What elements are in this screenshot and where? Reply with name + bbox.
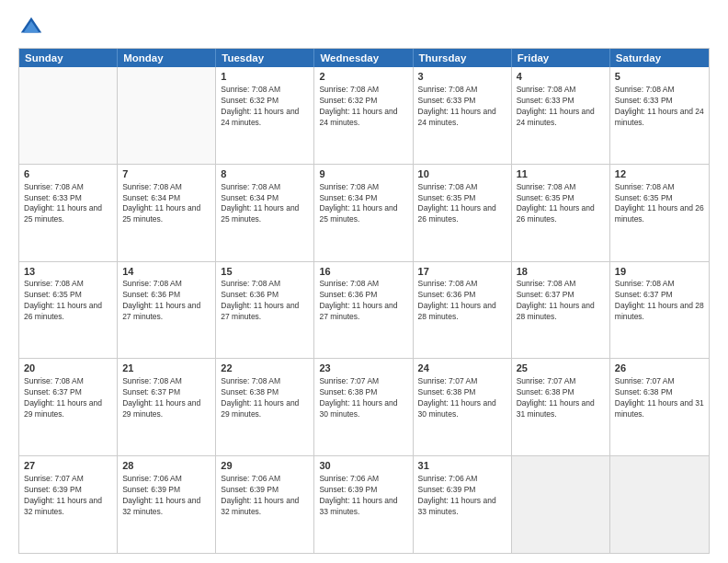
day-info: Sunrise: 7:08 AMSunset: 6:33 PMDaylight:…: [24, 182, 112, 226]
day-cell-24: 24Sunrise: 7:07 AMSunset: 6:38 PMDayligh…: [414, 359, 512, 455]
day-info: Sunrise: 7:08 AMSunset: 6:35 PMDaylight:…: [517, 182, 605, 226]
day-info: Sunrise: 7:08 AMSunset: 6:35 PMDaylight:…: [615, 182, 704, 226]
empty-cell: [19, 67, 118, 164]
day-info: Sunrise: 7:08 AMSunset: 6:35 PMDaylight:…: [24, 279, 112, 323]
day-cell-27: 27Sunrise: 7:07 AMSunset: 6:39 PMDayligh…: [19, 456, 118, 553]
day-cell-5: 5Sunrise: 7:08 AMSunset: 6:33 PMDaylight…: [610, 67, 709, 164]
day-cell-17: 17Sunrise: 7:08 AMSunset: 6:36 PMDayligh…: [414, 262, 512, 359]
day-number: 30: [319, 459, 407, 473]
day-info: Sunrise: 7:07 AMSunset: 6:38 PMDaylight:…: [615, 376, 704, 420]
day-cell-20: 20Sunrise: 7:08 AMSunset: 6:37 PMDayligh…: [19, 359, 118, 455]
day-number: 18: [517, 265, 605, 279]
week-row-3: 13Sunrise: 7:08 AMSunset: 6:35 PMDayligh…: [19, 261, 709, 359]
week-row-5: 27Sunrise: 7:07 AMSunset: 6:39 PMDayligh…: [19, 455, 709, 553]
day-info: Sunrise: 7:06 AMSunset: 6:39 PMDaylight:…: [319, 474, 407, 518]
day-number: 3: [418, 70, 506, 84]
day-number: 28: [122, 459, 210, 473]
day-cell-19: 19Sunrise: 7:08 AMSunset: 6:37 PMDayligh…: [610, 262, 709, 359]
day-cell-21: 21Sunrise: 7:08 AMSunset: 6:37 PMDayligh…: [118, 359, 216, 455]
day-number: 19: [615, 265, 704, 279]
day-info: Sunrise: 7:07 AMSunset: 6:38 PMDaylight:…: [418, 376, 506, 420]
day-info: Sunrise: 7:06 AMSunset: 6:39 PMDaylight:…: [122, 474, 210, 518]
day-number: 12: [615, 167, 704, 181]
day-cell-9: 9Sunrise: 7:08 AMSunset: 6:34 PMDaylight…: [314, 165, 413, 261]
day-info: Sunrise: 7:08 AMSunset: 6:33 PMDaylight:…: [418, 85, 506, 129]
day-cell-22: 22Sunrise: 7:08 AMSunset: 6:38 PMDayligh…: [216, 359, 314, 455]
day-info: Sunrise: 7:08 AMSunset: 6:34 PMDaylight:…: [122, 182, 210, 226]
day-number: 23: [319, 362, 407, 375]
day-header-sunday: Sunday: [19, 49, 118, 67]
day-header-saturday: Saturday: [610, 49, 709, 67]
day-cell-4: 4Sunrise: 7:08 AMSunset: 6:33 PMDaylight…: [512, 67, 610, 164]
day-number: 24: [418, 362, 506, 375]
day-info: Sunrise: 7:08 AMSunset: 6:36 PMDaylight:…: [221, 279, 309, 323]
day-info: Sunrise: 7:08 AMSunset: 6:32 PMDaylight:…: [319, 85, 407, 129]
week-row-4: 20Sunrise: 7:08 AMSunset: 6:37 PMDayligh…: [19, 358, 709, 455]
day-cell-7: 7Sunrise: 7:08 AMSunset: 6:34 PMDaylight…: [118, 165, 216, 261]
logo: [18, 15, 48, 40]
day-number: 17: [418, 265, 506, 279]
day-number: 4: [517, 70, 605, 84]
day-info: Sunrise: 7:08 AMSunset: 6:33 PMDaylight:…: [615, 85, 704, 129]
day-number: 11: [517, 167, 605, 181]
day-info: Sunrise: 7:08 AMSunset: 6:36 PMDaylight:…: [418, 279, 506, 323]
page: SundayMondayTuesdayWednesdayThursdayFrid…: [0, 0, 728, 563]
day-cell-31: 31Sunrise: 7:06 AMSunset: 6:39 PMDayligh…: [414, 456, 512, 553]
calendar-body: 1Sunrise: 7:08 AMSunset: 6:32 PMDaylight…: [19, 67, 709, 553]
week-row-1: 1Sunrise: 7:08 AMSunset: 6:32 PMDaylight…: [19, 67, 709, 164]
day-number: 10: [418, 167, 506, 181]
day-number: 8: [221, 167, 309, 181]
day-number: 20: [24, 362, 112, 375]
day-number: 5: [615, 70, 704, 84]
day-number: 29: [221, 459, 309, 473]
day-cell-23: 23Sunrise: 7:07 AMSunset: 6:38 PMDayligh…: [314, 359, 413, 455]
day-number: 9: [319, 167, 407, 181]
day-number: 2: [319, 70, 407, 84]
day-info: Sunrise: 7:08 AMSunset: 6:38 PMDaylight:…: [221, 376, 309, 420]
day-cell-2: 2Sunrise: 7:08 AMSunset: 6:32 PMDaylight…: [314, 67, 413, 164]
day-cell-13: 13Sunrise: 7:08 AMSunset: 6:35 PMDayligh…: [19, 262, 118, 359]
day-info: Sunrise: 7:08 AMSunset: 6:37 PMDaylight:…: [24, 376, 112, 420]
day-cell-10: 10Sunrise: 7:08 AMSunset: 6:35 PMDayligh…: [414, 165, 512, 261]
day-info: Sunrise: 7:06 AMSunset: 6:39 PMDaylight:…: [221, 474, 309, 518]
day-cell-29: 29Sunrise: 7:06 AMSunset: 6:39 PMDayligh…: [216, 456, 314, 553]
header: [18, 15, 710, 40]
day-header-thursday: Thursday: [414, 49, 512, 67]
day-number: 1: [221, 70, 309, 84]
day-number: 27: [24, 459, 112, 473]
day-number: 6: [24, 167, 112, 181]
day-cell-30: 30Sunrise: 7:06 AMSunset: 6:39 PMDayligh…: [314, 456, 413, 553]
day-number: 16: [319, 265, 407, 279]
day-cell-11: 11Sunrise: 7:08 AMSunset: 6:35 PMDayligh…: [512, 165, 610, 261]
day-info: Sunrise: 7:08 AMSunset: 6:37 PMDaylight:…: [122, 376, 210, 420]
day-header-tuesday: Tuesday: [216, 49, 314, 67]
day-cell-26: 26Sunrise: 7:07 AMSunset: 6:38 PMDayligh…: [610, 359, 709, 455]
day-cell-6: 6Sunrise: 7:08 AMSunset: 6:33 PMDaylight…: [19, 165, 118, 261]
day-header-monday: Monday: [118, 49, 216, 67]
day-number: 31: [418, 459, 506, 473]
day-number: 7: [122, 167, 210, 181]
day-info: Sunrise: 7:08 AMSunset: 6:34 PMDaylight:…: [319, 182, 407, 226]
day-cell-15: 15Sunrise: 7:08 AMSunset: 6:36 PMDayligh…: [216, 262, 314, 359]
day-number: 22: [221, 362, 309, 375]
day-cell-12: 12Sunrise: 7:08 AMSunset: 6:35 PMDayligh…: [610, 165, 709, 261]
day-header-friday: Friday: [512, 49, 610, 67]
day-number: 13: [24, 265, 112, 279]
day-info: Sunrise: 7:06 AMSunset: 6:39 PMDaylight:…: [418, 474, 506, 518]
week-row-2: 6Sunrise: 7:08 AMSunset: 6:33 PMDaylight…: [19, 164, 709, 261]
day-info: Sunrise: 7:08 AMSunset: 6:35 PMDaylight:…: [418, 182, 506, 226]
day-info: Sunrise: 7:08 AMSunset: 6:37 PMDaylight:…: [517, 279, 605, 323]
day-info: Sunrise: 7:07 AMSunset: 6:38 PMDaylight:…: [517, 376, 605, 420]
day-cell-25: 25Sunrise: 7:07 AMSunset: 6:38 PMDayligh…: [512, 359, 610, 455]
day-info: Sunrise: 7:07 AMSunset: 6:39 PMDaylight:…: [24, 474, 112, 518]
day-info: Sunrise: 7:08 AMSunset: 6:36 PMDaylight:…: [319, 279, 407, 323]
day-info: Sunrise: 7:08 AMSunset: 6:36 PMDaylight:…: [122, 279, 210, 323]
day-number: 21: [122, 362, 210, 375]
empty-cell: [118, 67, 216, 164]
day-cell-3: 3Sunrise: 7:08 AMSunset: 6:33 PMDaylight…: [414, 67, 512, 164]
day-cell-8: 8Sunrise: 7:08 AMSunset: 6:34 PMDaylight…: [216, 165, 314, 261]
day-number: 26: [615, 362, 704, 375]
day-header-wednesday: Wednesday: [314, 49, 413, 67]
day-info: Sunrise: 7:07 AMSunset: 6:38 PMDaylight:…: [319, 376, 407, 420]
day-number: 25: [517, 362, 605, 375]
